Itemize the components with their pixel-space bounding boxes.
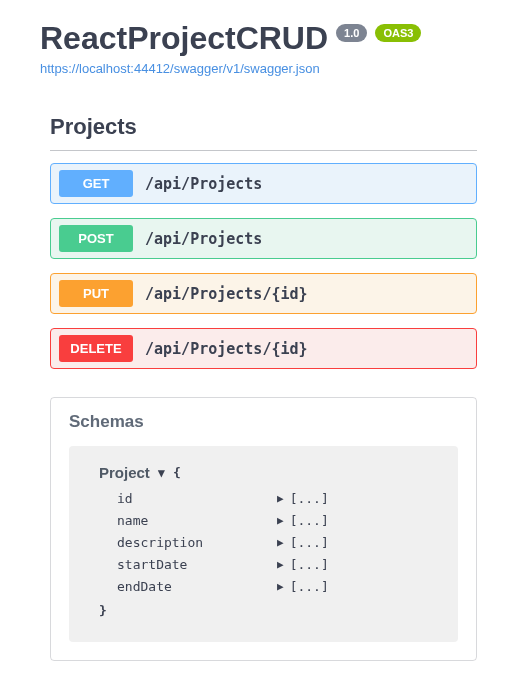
chevron-right-icon: ▶ — [277, 536, 284, 549]
property-name: name — [117, 513, 277, 528]
chevron-right-icon: ▶ — [277, 558, 284, 571]
chevron-down-icon: ▼ — [158, 466, 165, 480]
property-name: description — [117, 535, 277, 550]
operation-path: /api/Projects/{id} — [145, 340, 308, 358]
tag-header[interactable]: Projects — [50, 96, 477, 151]
property-collapsed[interactable]: ▶ [...] — [277, 513, 329, 528]
model-property[interactable]: endDate ▶ [...] — [117, 575, 438, 597]
chevron-right-icon: ▶ — [277, 580, 284, 593]
collapsed-placeholder: [...] — [290, 579, 329, 594]
property-name: startDate — [117, 557, 277, 572]
collapsed-placeholder: [...] — [290, 491, 329, 506]
operation-delete-projects-id[interactable]: DELETE /api/Projects/{id} — [50, 328, 477, 369]
method-badge-delete: DELETE — [59, 335, 133, 362]
method-badge-get: GET — [59, 170, 133, 197]
model-property[interactable]: startDate ▶ [...] — [117, 553, 438, 575]
chevron-right-icon: ▶ — [277, 492, 284, 505]
model-title-row[interactable]: Project ▼ { — [99, 464, 438, 481]
version-badge: 1.0 — [336, 24, 367, 42]
collapsed-placeholder: [...] — [290, 557, 329, 572]
oas-badge: OAS3 — [375, 24, 421, 42]
model-name: Project — [99, 464, 150, 481]
operation-put-projects-id[interactable]: PUT /api/Projects/{id} — [50, 273, 477, 314]
operation-path: /api/Projects — [145, 175, 262, 193]
collapsed-placeholder: [...] — [290, 535, 329, 550]
spec-url-link[interactable]: https://localhost:44412/swagger/v1/swagg… — [40, 61, 477, 76]
model-property[interactable]: id ▶ [...] — [117, 487, 438, 509]
operation-path: /api/Projects — [145, 230, 262, 248]
property-collapsed[interactable]: ▶ [...] — [277, 535, 329, 550]
model-properties: id ▶ [...] name ▶ [...] description ▶ [.… — [99, 487, 438, 597]
collapsed-placeholder: [...] — [290, 513, 329, 528]
property-collapsed[interactable]: ▶ [...] — [277, 557, 329, 572]
method-badge-post: POST — [59, 225, 133, 252]
operation-get-projects[interactable]: GET /api/Projects — [50, 163, 477, 204]
operations-section: Projects GET /api/Projects POST /api/Pro… — [0, 86, 517, 369]
schemas-header[interactable]: Schemas — [51, 398, 476, 446]
page-header: ReactProjectCRUD 1.0 OAS3 https://localh… — [0, 0, 517, 86]
schemas-section: Schemas Project ▼ { id ▶ [...] name ▶ [.… — [50, 397, 477, 661]
chevron-right-icon: ▶ — [277, 514, 284, 527]
property-name: id — [117, 491, 277, 506]
close-brace: } — [99, 603, 438, 618]
open-brace: { — [173, 465, 181, 480]
method-badge-put: PUT — [59, 280, 133, 307]
operation-post-projects[interactable]: POST /api/Projects — [50, 218, 477, 259]
api-title: ReactProjectCRUD — [40, 20, 328, 57]
property-collapsed[interactable]: ▶ [...] — [277, 579, 329, 594]
property-name: endDate — [117, 579, 277, 594]
property-collapsed[interactable]: ▶ [...] — [277, 491, 329, 506]
title-row: ReactProjectCRUD 1.0 OAS3 — [40, 20, 477, 57]
operation-path: /api/Projects/{id} — [145, 285, 308, 303]
model-property[interactable]: description ▶ [...] — [117, 531, 438, 553]
schema-model-container: Project ▼ { id ▶ [...] name ▶ [...] desc… — [69, 446, 458, 642]
model-property[interactable]: name ▶ [...] — [117, 509, 438, 531]
